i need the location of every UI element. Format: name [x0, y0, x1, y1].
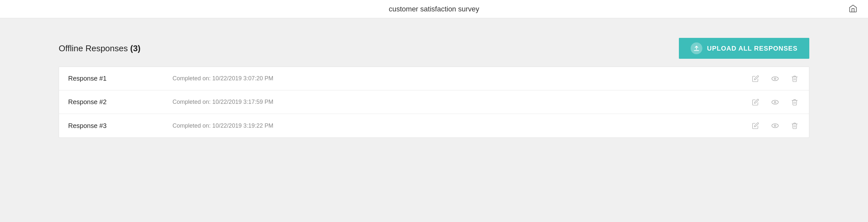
response-count: (3) — [130, 44, 141, 53]
header: customer satisfaction survey — [0, 0, 868, 18]
response-completed-1: Completed on: 10/22/2019 3:07:20 PM — [173, 75, 750, 82]
home-icon — [848, 4, 858, 13]
svg-point-2 — [772, 100, 778, 104]
response-actions-3 — [750, 120, 800, 131]
page-title: customer satisfaction survey — [389, 5, 479, 13]
svg-point-4 — [772, 124, 778, 128]
table-row: Response #3 Completed on: 10/22/2019 3:1… — [59, 114, 809, 137]
responses-table: Response #1 Completed on: 10/22/2019 3:0… — [59, 66, 809, 138]
upload-all-button[interactable]: UPLOAD ALL RESPONSES — [679, 38, 809, 59]
section-title-text: Offline Responses — [59, 44, 128, 53]
response-completed-3: Completed on: 10/22/2019 3:19:22 PM — [173, 122, 750, 129]
upload-btn-label: UPLOAD ALL RESPONSES — [707, 45, 798, 52]
response-actions-2 — [750, 97, 800, 107]
delete-button-1[interactable] — [789, 74, 800, 84]
view-button-2[interactable] — [770, 97, 780, 107]
edit-button-2[interactable] — [750, 97, 761, 107]
section-title: Offline Responses (3) — [59, 44, 141, 54]
top-row: Offline Responses (3) UPLOAD ALL RESPONS… — [59, 38, 809, 59]
delete-button-2[interactable] — [789, 97, 800, 107]
edit-button-1[interactable] — [750, 74, 761, 84]
upload-icon — [693, 45, 700, 52]
delete-button-3[interactable] — [789, 120, 800, 131]
table-row: Response #1 Completed on: 10/22/2019 3:0… — [59, 67, 809, 90]
response-actions-1 — [750, 74, 800, 84]
response-name-3: Response #3 — [68, 122, 173, 130]
table-row: Response #2 Completed on: 10/22/2019 3:1… — [59, 90, 809, 114]
response-completed-2: Completed on: 10/22/2019 3:17:59 PM — [173, 99, 750, 106]
view-button-1[interactable] — [770, 74, 780, 84]
edit-button-3[interactable] — [750, 120, 761, 131]
svg-point-3 — [774, 101, 776, 103]
main-content: Offline Responses (3) UPLOAD ALL RESPONS… — [0, 18, 868, 157]
response-name-2: Response #2 — [68, 98, 173, 106]
view-button-3[interactable] — [770, 120, 780, 131]
svg-point-0 — [772, 77, 778, 81]
svg-point-5 — [774, 125, 776, 127]
upload-icon-circle — [691, 43, 702, 54]
response-name-1: Response #1 — [68, 75, 173, 82]
svg-point-1 — [774, 78, 776, 79]
home-button[interactable] — [848, 4, 858, 15]
